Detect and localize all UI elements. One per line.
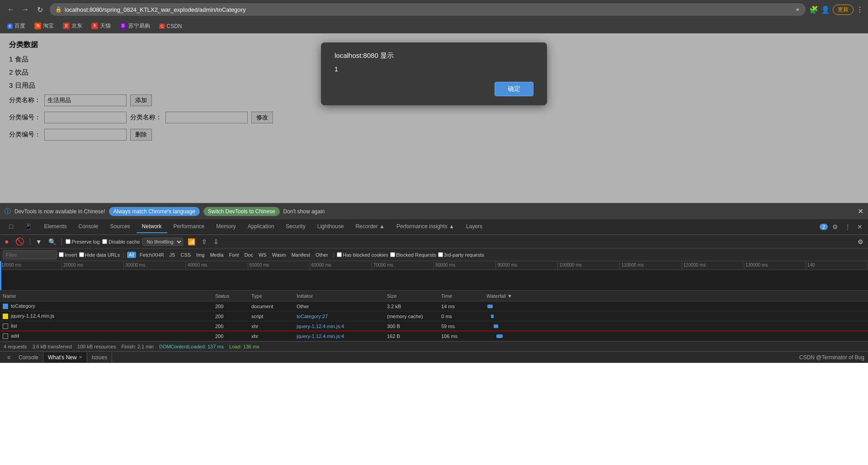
update-button[interactable]: 更新 (833, 5, 854, 15)
bookmark-taobao[interactable]: 淘 淘宝 (31, 21, 57, 31)
network-settings-icon[interactable]: ⚙ (856, 237, 865, 246)
third-party-input[interactable] (438, 252, 443, 257)
blocked-cookies-label: Has blocked cookies (343, 252, 388, 258)
tab-elements[interactable]: Elements (38, 221, 72, 233)
devtools-settings-icon[interactable]: ⚙ (830, 222, 840, 231)
upload-icon[interactable]: ⇧ (200, 237, 209, 246)
tab-memory[interactable]: Memory (211, 221, 241, 233)
csdn-label: CSDN (167, 23, 182, 29)
bookmark-csdn[interactable]: C CSDN (156, 22, 186, 31)
filter-type-img[interactable]: Img (194, 252, 206, 258)
tab-network[interactable]: Network (137, 221, 167, 233)
back-button[interactable]: ← (5, 3, 17, 16)
tab-application[interactable]: Application (242, 221, 280, 233)
filter-type-all[interactable]: All (127, 252, 136, 258)
tab-recorder[interactable]: Recorder ▲ (350, 221, 390, 233)
row-time-4: 106 ms (441, 333, 486, 339)
filter-type-ws[interactable]: WS (257, 252, 269, 258)
row-type-1: document (251, 304, 297, 309)
filter-type-manifest[interactable]: Manifest (289, 252, 312, 258)
tb-sep-2 (61, 238, 62, 245)
switch-devtools-button[interactable]: Switch DevTools to Chinese (203, 207, 280, 216)
tm-9: 90000 ms (496, 261, 558, 270)
table-row[interactable]: list 200 xhr jquery-1.12.4.min.js:4 300 … (0, 321, 868, 331)
tmall-icon: 天 (91, 23, 98, 29)
wf-bar (494, 324, 498, 328)
filter-type-js[interactable]: JS (168, 252, 177, 258)
clear-button[interactable]: 🚫 (14, 236, 26, 247)
preserve-log-checkbox[interactable]: Preserve log (66, 239, 100, 244)
filter-type-css[interactable]: CSS (179, 252, 193, 258)
table-row[interactable]: toCategory 200 document Other 3.2 kB 14 … (0, 301, 868, 311)
hide-data-urls-checkbox[interactable]: Hide data URLs (79, 252, 120, 258)
hide-data-urls-input[interactable] (79, 252, 84, 257)
filter-input[interactable] (3, 250, 57, 259)
filter-type-other[interactable]: Other (314, 252, 330, 258)
search-button[interactable]: 🔍 (47, 237, 58, 246)
tab-layers[interactable]: Layers (461, 221, 488, 233)
alert-ok-button[interactable]: 确定 (495, 82, 533, 96)
bottom-tab-issues[interactable]: Issues (87, 352, 113, 362)
bookmark-jd[interactable]: 京 京东 (59, 21, 86, 31)
filter-type-font[interactable]: Font (227, 252, 241, 258)
download-icon[interactable]: ⇩ (212, 237, 221, 246)
col-status: Status (215, 293, 251, 299)
disable-cache-input[interactable] (102, 239, 107, 244)
preserve-log-input[interactable] (66, 239, 71, 244)
row-initiator-3[interactable]: jquery-1.12.4.min.js:4 (297, 324, 387, 329)
row-initiator-4[interactable]: jquery-1.12.4.min.js:4 (297, 333, 387, 339)
tab-panel-icon[interactable]: □ (4, 220, 18, 234)
throttling-select[interactable]: No throttling (142, 238, 183, 246)
forward-button[interactable]: → (19, 3, 32, 16)
bookmark-tmall[interactable]: 天 天猫 (88, 21, 114, 31)
tab-performance[interactable]: Performance (168, 221, 210, 233)
profile-icon: 👤 (821, 5, 830, 14)
tab-sources[interactable]: Sources (105, 221, 136, 233)
devtools-more-icon[interactable]: ⋮ (843, 222, 853, 231)
tm-14: 140 (806, 261, 868, 270)
bookmark-suning[interactable]: 苏 苏宁易购 (116, 21, 154, 31)
filter-type-doc[interactable]: Doc (242, 252, 255, 258)
row-initiator-2[interactable]: toCategory:27 (297, 314, 387, 319)
tab-lighthouse[interactable]: Lighthouse (312, 221, 349, 233)
blocked-cookies-checkbox[interactable]: Has blocked cookies (337, 252, 388, 258)
alert-message: 1 (335, 66, 533, 73)
blocked-requests-checkbox[interactable]: Blocked Requests (390, 252, 436, 258)
third-party-checkbox[interactable]: 3rd-party requests (438, 252, 484, 258)
blocked-requests-input[interactable] (390, 252, 395, 257)
alert-dialog: localhost:8080 显示 1 确定 (321, 42, 547, 105)
disable-cache-checkbox[interactable]: Disable cache (102, 239, 140, 244)
bottom-tab-whats-new[interactable]: What's New ✕ (43, 352, 87, 362)
tab-security[interactable]: Security (280, 221, 311, 233)
record-button[interactable]: ● (3, 237, 11, 247)
wifi-icon[interactable]: 📶 (186, 237, 197, 246)
filter-type-fetch[interactable]: Fetch/XHR (138, 252, 166, 258)
invert-checkbox[interactable]: Invert (59, 252, 77, 258)
address-bar[interactable]: 🔒 localhost:8080/spring_0824_KTLX2_war_e… (50, 3, 806, 16)
bookmark-baidu[interactable]: B 百度 (4, 21, 29, 31)
blocked-cookies-input[interactable] (337, 252, 342, 257)
wf-bar (491, 315, 494, 318)
devtools-close-icon[interactable]: ✕ (855, 222, 864, 231)
tab-mobile-icon[interactable]: 📱 (19, 220, 38, 234)
invert-input[interactable] (59, 252, 64, 257)
network-table: Name Status Type Initiator Size Time Wat… (0, 291, 868, 341)
bottom-tab-console[interactable]: Console (14, 352, 43, 362)
always-match-button[interactable]: Always match Chrome's language (109, 207, 200, 216)
tm-13: 130000 ms (744, 261, 806, 270)
notif-close-button[interactable]: ✕ (858, 207, 863, 216)
timeline-body (0, 270, 868, 291)
table-row[interactable]: jquery-1.12.4.min.js 200 script toCatego… (0, 311, 868, 321)
tab-performance-insights[interactable]: Performance insights ▲ (391, 221, 460, 233)
row-initiator-1: Other (297, 304, 387, 309)
table-row[interactable]: add 200 xhr jquery-1.12.4.min.js:4 162 B… (0, 331, 868, 341)
filter-type-wasm[interactable]: Wasm (270, 252, 288, 258)
refresh-button[interactable]: ↻ (33, 3, 46, 16)
whats-new-close[interactable]: ✕ (79, 355, 82, 360)
bottom-tab-more[interactable]: ≡ (4, 352, 14, 362)
filter-icon[interactable]: ▼ (34, 237, 44, 246)
dont-show-again-button[interactable]: Don't show again (283, 208, 325, 215)
row-size-2: (memory cache) (387, 314, 441, 319)
tab-console[interactable]: Console (73, 221, 104, 233)
filter-type-media[interactable]: Media (208, 252, 225, 258)
